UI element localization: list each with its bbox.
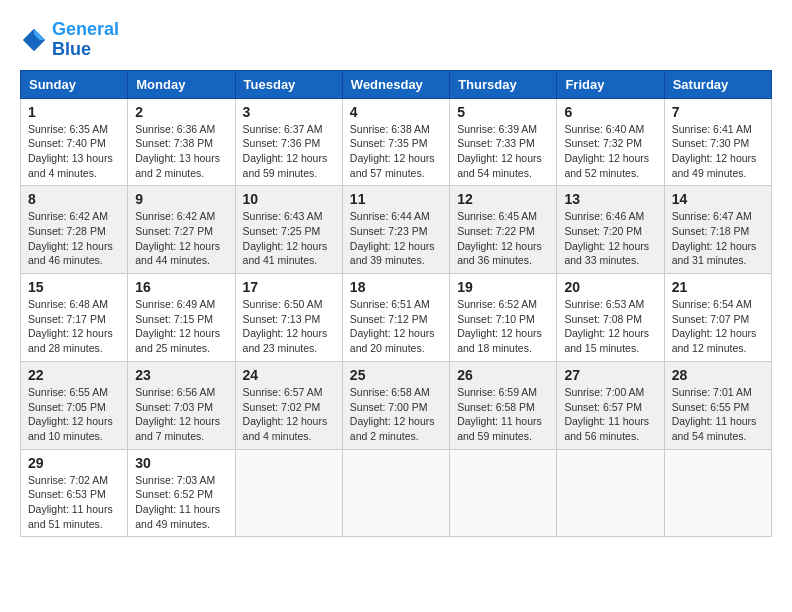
calendar-cell: [557, 449, 664, 537]
day-number: 5: [457, 104, 549, 120]
calendar-header-row: SundayMondayTuesdayWednesdayThursdayFrid…: [21, 70, 772, 98]
day-info: Sunrise: 6:40 AM Sunset: 7:32 PM Dayligh…: [564, 122, 656, 181]
weekday-header-sunday: Sunday: [21, 70, 128, 98]
day-info: Sunrise: 6:35 AM Sunset: 7:40 PM Dayligh…: [28, 122, 120, 181]
day-number: 24: [243, 367, 335, 383]
day-info: Sunrise: 6:36 AM Sunset: 7:38 PM Dayligh…: [135, 122, 227, 181]
day-info: Sunrise: 6:57 AM Sunset: 7:02 PM Dayligh…: [243, 385, 335, 444]
day-number: 23: [135, 367, 227, 383]
calendar-cell: 23Sunrise: 6:56 AM Sunset: 7:03 PM Dayli…: [128, 361, 235, 449]
day-number: 19: [457, 279, 549, 295]
day-number: 8: [28, 191, 120, 207]
calendar-cell: 20Sunrise: 6:53 AM Sunset: 7:08 PM Dayli…: [557, 274, 664, 362]
day-number: 27: [564, 367, 656, 383]
calendar-week-row: 29Sunrise: 7:02 AM Sunset: 6:53 PM Dayli…: [21, 449, 772, 537]
day-info: Sunrise: 7:02 AM Sunset: 6:53 PM Dayligh…: [28, 473, 120, 532]
day-number: 16: [135, 279, 227, 295]
page-header: General Blue: [20, 20, 772, 60]
calendar-cell: 22Sunrise: 6:55 AM Sunset: 7:05 PM Dayli…: [21, 361, 128, 449]
calendar-cell: 6Sunrise: 6:40 AM Sunset: 7:32 PM Daylig…: [557, 98, 664, 186]
calendar-cell: [235, 449, 342, 537]
weekday-header-thursday: Thursday: [450, 70, 557, 98]
weekday-header-wednesday: Wednesday: [342, 70, 449, 98]
day-info: Sunrise: 7:03 AM Sunset: 6:52 PM Dayligh…: [135, 473, 227, 532]
day-number: 30: [135, 455, 227, 471]
day-info: Sunrise: 6:43 AM Sunset: 7:25 PM Dayligh…: [243, 209, 335, 268]
calendar-cell: [342, 449, 449, 537]
calendar-cell: 11Sunrise: 6:44 AM Sunset: 7:23 PM Dayli…: [342, 186, 449, 274]
weekday-header-friday: Friday: [557, 70, 664, 98]
weekday-header-saturday: Saturday: [664, 70, 771, 98]
day-number: 2: [135, 104, 227, 120]
weekday-header-monday: Monday: [128, 70, 235, 98]
calendar-week-row: 1Sunrise: 6:35 AM Sunset: 7:40 PM Daylig…: [21, 98, 772, 186]
day-info: Sunrise: 6:39 AM Sunset: 7:33 PM Dayligh…: [457, 122, 549, 181]
day-number: 26: [457, 367, 549, 383]
day-info: Sunrise: 6:41 AM Sunset: 7:30 PM Dayligh…: [672, 122, 764, 181]
logo-icon: [20, 26, 48, 54]
day-info: Sunrise: 7:00 AM Sunset: 6:57 PM Dayligh…: [564, 385, 656, 444]
calendar-cell: 16Sunrise: 6:49 AM Sunset: 7:15 PM Dayli…: [128, 274, 235, 362]
calendar-week-row: 15Sunrise: 6:48 AM Sunset: 7:17 PM Dayli…: [21, 274, 772, 362]
day-number: 18: [350, 279, 442, 295]
calendar-cell: 14Sunrise: 6:47 AM Sunset: 7:18 PM Dayli…: [664, 186, 771, 274]
weekday-header-tuesday: Tuesday: [235, 70, 342, 98]
calendar-cell: 13Sunrise: 6:46 AM Sunset: 7:20 PM Dayli…: [557, 186, 664, 274]
day-info: Sunrise: 6:48 AM Sunset: 7:17 PM Dayligh…: [28, 297, 120, 356]
logo: General Blue: [20, 20, 119, 60]
calendar-cell: 8Sunrise: 6:42 AM Sunset: 7:28 PM Daylig…: [21, 186, 128, 274]
day-number: 12: [457, 191, 549, 207]
day-info: Sunrise: 6:52 AM Sunset: 7:10 PM Dayligh…: [457, 297, 549, 356]
calendar-cell: 17Sunrise: 6:50 AM Sunset: 7:13 PM Dayli…: [235, 274, 342, 362]
calendar-cell: 29Sunrise: 7:02 AM Sunset: 6:53 PM Dayli…: [21, 449, 128, 537]
day-number: 29: [28, 455, 120, 471]
day-info: Sunrise: 6:49 AM Sunset: 7:15 PM Dayligh…: [135, 297, 227, 356]
day-number: 4: [350, 104, 442, 120]
calendar-cell: 26Sunrise: 6:59 AM Sunset: 6:58 PM Dayli…: [450, 361, 557, 449]
day-number: 6: [564, 104, 656, 120]
day-info: Sunrise: 6:45 AM Sunset: 7:22 PM Dayligh…: [457, 209, 549, 268]
day-info: Sunrise: 6:37 AM Sunset: 7:36 PM Dayligh…: [243, 122, 335, 181]
day-number: 13: [564, 191, 656, 207]
day-info: Sunrise: 6:56 AM Sunset: 7:03 PM Dayligh…: [135, 385, 227, 444]
day-number: 21: [672, 279, 764, 295]
calendar-cell: 19Sunrise: 6:52 AM Sunset: 7:10 PM Dayli…: [450, 274, 557, 362]
day-info: Sunrise: 6:58 AM Sunset: 7:00 PM Dayligh…: [350, 385, 442, 444]
calendar-cell: 12Sunrise: 6:45 AM Sunset: 7:22 PM Dayli…: [450, 186, 557, 274]
day-number: 28: [672, 367, 764, 383]
calendar-cell: 30Sunrise: 7:03 AM Sunset: 6:52 PM Dayli…: [128, 449, 235, 537]
calendar-table: SundayMondayTuesdayWednesdayThursdayFrid…: [20, 70, 772, 538]
day-info: Sunrise: 6:42 AM Sunset: 7:27 PM Dayligh…: [135, 209, 227, 268]
calendar-cell: [664, 449, 771, 537]
day-info: Sunrise: 6:55 AM Sunset: 7:05 PM Dayligh…: [28, 385, 120, 444]
day-info: Sunrise: 6:50 AM Sunset: 7:13 PM Dayligh…: [243, 297, 335, 356]
calendar-cell: [450, 449, 557, 537]
calendar-cell: 18Sunrise: 6:51 AM Sunset: 7:12 PM Dayli…: [342, 274, 449, 362]
calendar-cell: 15Sunrise: 6:48 AM Sunset: 7:17 PM Dayli…: [21, 274, 128, 362]
calendar-cell: 5Sunrise: 6:39 AM Sunset: 7:33 PM Daylig…: [450, 98, 557, 186]
calendar-cell: 2Sunrise: 6:36 AM Sunset: 7:38 PM Daylig…: [128, 98, 235, 186]
day-number: 9: [135, 191, 227, 207]
day-info: Sunrise: 6:59 AM Sunset: 6:58 PM Dayligh…: [457, 385, 549, 444]
day-number: 25: [350, 367, 442, 383]
calendar-cell: 27Sunrise: 7:00 AM Sunset: 6:57 PM Dayli…: [557, 361, 664, 449]
day-info: Sunrise: 7:01 AM Sunset: 6:55 PM Dayligh…: [672, 385, 764, 444]
calendar-cell: 25Sunrise: 6:58 AM Sunset: 7:00 PM Dayli…: [342, 361, 449, 449]
day-number: 20: [564, 279, 656, 295]
day-info: Sunrise: 6:44 AM Sunset: 7:23 PM Dayligh…: [350, 209, 442, 268]
calendar-week-row: 22Sunrise: 6:55 AM Sunset: 7:05 PM Dayli…: [21, 361, 772, 449]
day-info: Sunrise: 6:42 AM Sunset: 7:28 PM Dayligh…: [28, 209, 120, 268]
day-info: Sunrise: 6:51 AM Sunset: 7:12 PM Dayligh…: [350, 297, 442, 356]
day-number: 14: [672, 191, 764, 207]
day-number: 7: [672, 104, 764, 120]
calendar-cell: 4Sunrise: 6:38 AM Sunset: 7:35 PM Daylig…: [342, 98, 449, 186]
calendar-cell: 28Sunrise: 7:01 AM Sunset: 6:55 PM Dayli…: [664, 361, 771, 449]
day-number: 11: [350, 191, 442, 207]
day-info: Sunrise: 6:47 AM Sunset: 7:18 PM Dayligh…: [672, 209, 764, 268]
day-info: Sunrise: 6:54 AM Sunset: 7:07 PM Dayligh…: [672, 297, 764, 356]
calendar-week-row: 8Sunrise: 6:42 AM Sunset: 7:28 PM Daylig…: [21, 186, 772, 274]
day-number: 10: [243, 191, 335, 207]
day-info: Sunrise: 6:53 AM Sunset: 7:08 PM Dayligh…: [564, 297, 656, 356]
day-number: 1: [28, 104, 120, 120]
calendar-cell: 7Sunrise: 6:41 AM Sunset: 7:30 PM Daylig…: [664, 98, 771, 186]
